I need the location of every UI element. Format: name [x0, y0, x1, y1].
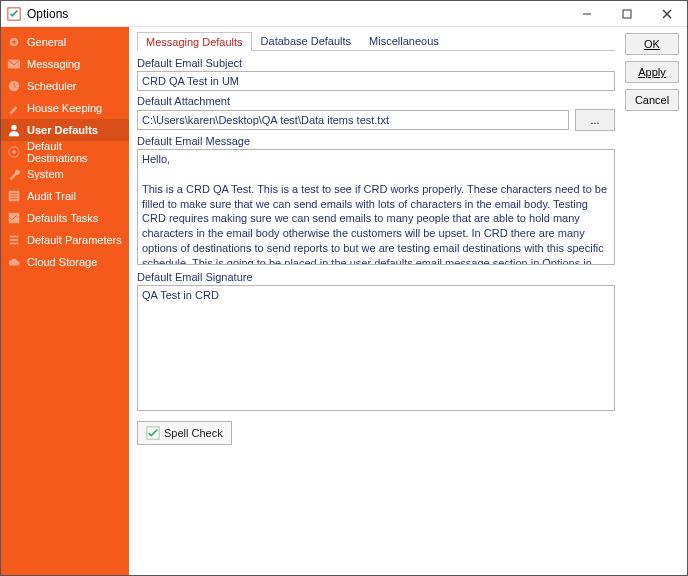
message-textarea[interactable] — [137, 149, 615, 265]
dialog-buttons: OK Apply Cancel — [623, 27, 687, 575]
sidebar-item-scheduler[interactable]: Scheduler — [1, 75, 129, 97]
sidebar-item-label: House Keeping — [27, 102, 102, 114]
target-icon — [7, 145, 21, 159]
subject-input[interactable] — [137, 71, 615, 91]
apply-button[interactable]: Apply — [625, 61, 679, 83]
task-icon — [7, 211, 21, 225]
signature-label: Default Email Signature — [137, 271, 615, 283]
envelope-icon — [7, 57, 21, 71]
subject-label: Default Email Subject — [137, 57, 615, 69]
message-label: Default Email Message — [137, 135, 615, 147]
tab-miscellaneous[interactable]: Miscellaneous — [360, 31, 448, 50]
tab-strip: Messaging Defaults Database Defaults Mis… — [137, 29, 615, 51]
sidebar: General Messaging Scheduler House Keepin… — [1, 27, 129, 575]
sidebar-item-cloud-storage[interactable]: Cloud Storage — [1, 251, 129, 273]
app-icon — [7, 7, 21, 21]
minimize-button[interactable] — [567, 1, 607, 27]
list-icon — [7, 189, 21, 203]
browse-button[interactable]: ... — [575, 109, 615, 131]
sidebar-item-label: System — [27, 168, 64, 180]
svg-point-11 — [12, 150, 16, 154]
title-bar: Options — [1, 1, 687, 27]
ok-button[interactable]: OK — [625, 33, 679, 55]
maximize-button[interactable] — [607, 1, 647, 27]
sidebar-item-default-destinations[interactable]: Default Destinations — [1, 141, 129, 163]
content-panel: Messaging Defaults Database Defaults Mis… — [129, 27, 623, 575]
sidebar-item-label: General — [27, 36, 66, 48]
svg-point-6 — [12, 40, 16, 44]
sidebar-item-label: Messaging — [27, 58, 80, 70]
sidebar-item-label: Default Parameters — [27, 234, 122, 246]
broom-icon — [7, 101, 21, 115]
clock-icon — [7, 79, 21, 93]
sidebar-item-housekeeping[interactable]: House Keeping — [1, 97, 129, 119]
user-icon — [7, 123, 21, 137]
attachment-input[interactable] — [137, 110, 569, 130]
close-button[interactable] — [647, 1, 687, 27]
sidebar-item-label: User Defaults — [27, 124, 98, 136]
sidebar-item-label: Audit Trail — [27, 190, 76, 202]
attachment-label: Default Attachment — [137, 95, 615, 107]
tab-messaging-defaults[interactable]: Messaging Defaults — [137, 32, 252, 51]
cancel-button[interactable]: Cancel — [625, 89, 679, 111]
cloud-icon — [7, 255, 21, 269]
svg-point-9 — [11, 125, 16, 130]
signature-textarea[interactable] — [137, 285, 615, 411]
sidebar-item-system[interactable]: System — [1, 163, 129, 185]
spellcheck-icon — [146, 426, 160, 440]
sidebar-item-user-defaults[interactable]: User Defaults — [1, 119, 129, 141]
spell-check-button[interactable]: Spell Check — [137, 421, 232, 445]
sidebar-item-general[interactable]: General — [1, 31, 129, 53]
tab-database-defaults[interactable]: Database Defaults — [252, 31, 361, 50]
sidebar-item-label: Scheduler — [27, 80, 77, 92]
sidebar-item-default-parameters[interactable]: Default Parameters — [1, 229, 129, 251]
gear-icon — [7, 35, 21, 49]
sidebar-item-messaging[interactable]: Messaging — [1, 53, 129, 75]
spell-check-label: Spell Check — [164, 427, 223, 439]
sidebar-item-audit-trail[interactable]: Audit Trail — [1, 185, 129, 207]
sidebar-item-defaults-tasks[interactable]: Defaults Tasks — [1, 207, 129, 229]
sliders-icon — [7, 233, 21, 247]
window-title: Options — [27, 7, 68, 21]
sidebar-item-label: Defaults Tasks — [27, 212, 98, 224]
sidebar-item-label: Default Destinations — [27, 140, 123, 164]
wrench-icon — [7, 167, 21, 181]
sidebar-item-label: Cloud Storage — [27, 256, 97, 268]
svg-rect-2 — [623, 10, 631, 18]
